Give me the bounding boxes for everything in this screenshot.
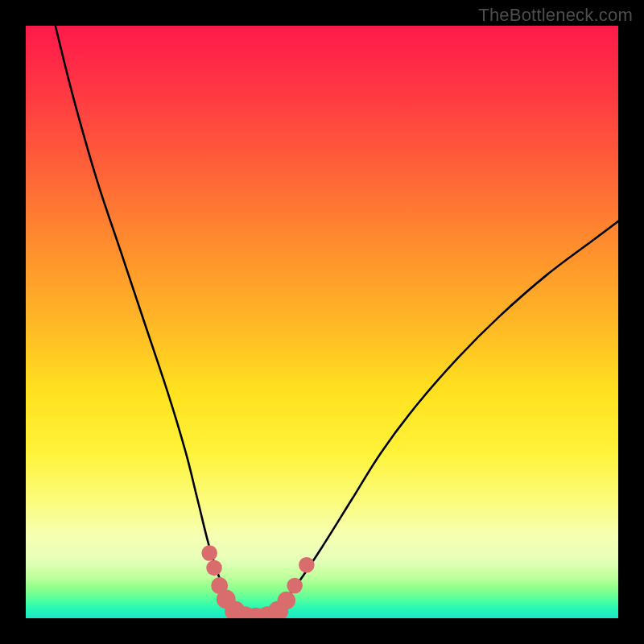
chart-frame: TheBottleneck.com	[0, 0, 644, 644]
bottleneck-curve	[56, 26, 618, 618]
watermark-text: TheBottleneck.com	[478, 5, 633, 26]
data-marker	[201, 545, 217, 561]
data-marker	[278, 592, 295, 609]
data-marker	[287, 578, 303, 594]
plot-area	[26, 26, 618, 618]
data-marker	[299, 557, 315, 573]
chart-svg	[26, 26, 618, 618]
marker-layer	[201, 545, 314, 618]
data-marker	[206, 560, 222, 576]
curve-layer	[56, 26, 618, 618]
